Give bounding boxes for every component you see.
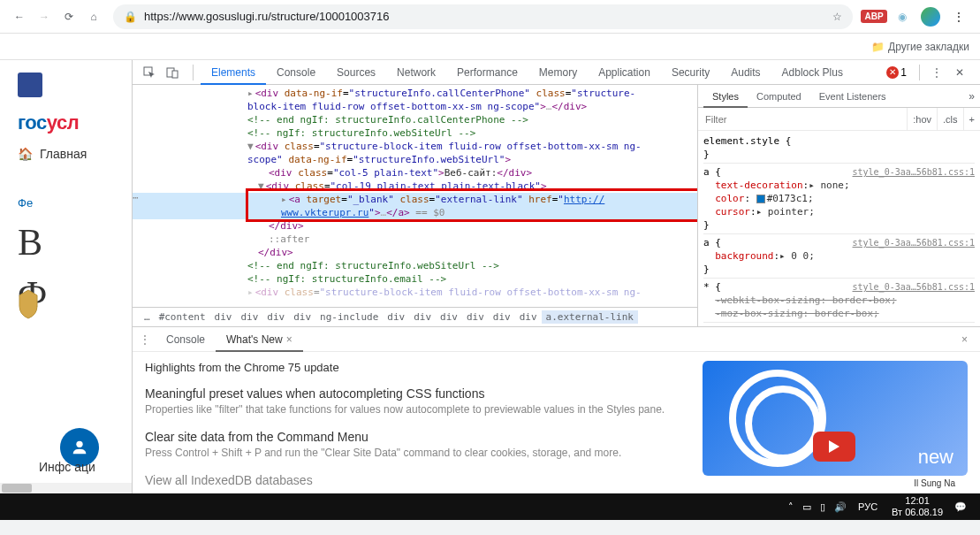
tab-network[interactable]: Network <box>386 60 446 85</box>
devtools-close-button[interactable]: ✕ <box>950 63 969 82</box>
other-bookmarks-folder[interactable]: 📁 Другие закладки <box>871 41 969 53</box>
gov-emblem-icon <box>18 73 42 97</box>
crumb[interactable]: div <box>489 310 515 324</box>
devtools-toolbar: Elements Console Sources Network Perform… <box>133 60 980 85</box>
crumb[interactable]: div <box>289 310 315 324</box>
volume-icon[interactable]: 🔊 <box>834 501 847 513</box>
forward-button[interactable]: → <box>32 4 57 29</box>
error-counter[interactable]: ✕1 <box>886 66 907 79</box>
bookmarks-bar: 📁 Другие закладки <box>0 34 980 60</box>
tray-up-icon[interactable]: ˄ <box>788 501 794 513</box>
hov-toggle[interactable]: :hov <box>907 108 937 131</box>
tab-elements[interactable]: Elements <box>201 60 266 85</box>
crumb[interactable]: div <box>515 310 542 324</box>
crumb[interactable]: div <box>462 310 489 324</box>
home-nav-link[interactable]: 🏠 Главная <box>18 147 132 161</box>
new-style-button[interactable]: + <box>963 108 980 131</box>
crumb[interactable]: div <box>383 310 409 324</box>
drawer-tab-whatsnew[interactable]: What's New× <box>216 327 303 352</box>
drawer-menu-icon[interactable]: ⋮ <box>140 333 150 346</box>
style-rule[interactable]: style_0-3aa…56b81.css:1 * { -webkit-box-… <box>703 279 975 323</box>
tab-sources[interactable]: Sources <box>326 60 386 85</box>
tab-memory[interactable]: Memory <box>528 60 588 85</box>
style-rule[interactable]: style_0-3aa…56b81.css:1 a { text-decorat… <box>703 164 975 234</box>
elements-tree[interactable]: ▸<div data-ng-if="structureInfo.callCent… <box>133 85 697 326</box>
tab-security[interactable]: Security <box>661 60 720 85</box>
tab-performance[interactable]: Performance <box>446 60 528 85</box>
folder-icon: 📁 <box>871 41 885 53</box>
abp-extension-icon[interactable]: ABP <box>863 6 885 27</box>
feature-desc: Press Control + Shift + P and run the "C… <box>145 446 688 461</box>
crumb[interactable]: div <box>409 310 436 324</box>
style-rule[interactable]: element.style { } <box>703 133 975 164</box>
selected-dom-node[interactable]: ▸<a target="_blank" class="external-link… <box>133 193 697 206</box>
crumb[interactable]: #content <box>155 310 210 324</box>
browser-toolbar: ← → ⟳ ⌂ 🔒 https://www.gosuslugi.ru/struc… <box>0 0 980 34</box>
device-toolbar-button[interactable] <box>163 63 182 82</box>
page-heading: В <box>18 217 132 269</box>
url-text: https://www.gosuslugi.ru/structure/10001… <box>144 10 832 23</box>
drawer-close-button[interactable]: × <box>956 333 973 346</box>
bookmark-label: Другие закладки <box>888 41 969 53</box>
site-logo[interactable]: госусл <box>18 111 132 134</box>
styles-tab-computed[interactable]: Computed <box>748 85 810 108</box>
notifications-icon[interactable]: 💬 <box>954 501 967 513</box>
back-button[interactable]: ← <box>7 4 32 29</box>
extension-icon[interactable]: ◉ <box>892 6 913 27</box>
svg-point-0 <box>76 441 82 447</box>
crumb[interactable]: div <box>436 310 462 324</box>
styles-tab-listeners[interactable]: Event Listeners <box>810 85 895 108</box>
lock-icon: 🔒 <box>124 11 137 23</box>
feature-desc: Properties like "filter" that take funct… <box>145 402 688 417</box>
breadcrumb-bar: … #content div div div div ng-include di… <box>133 307 697 326</box>
devtools-tabs: Elements Console Sources Network Perform… <box>201 60 886 85</box>
feature-title: Meaningful preset values when autocomple… <box>145 386 688 401</box>
crumb[interactable]: div <box>236 310 262 324</box>
feature-title: Clear site data from the Command Menu <box>145 430 688 444</box>
devtools-drawer: ⋮ Console What's New× × Highlights from … <box>133 326 980 493</box>
crumb[interactable]: … <box>140 310 155 324</box>
tab-audits[interactable]: Audits <box>720 60 771 85</box>
styles-filter-input[interactable] <box>698 114 907 125</box>
profile-avatar[interactable] <box>920 6 941 27</box>
crumb[interactable]: div <box>262 310 289 324</box>
network-icon[interactable]: ▯ <box>820 501 825 513</box>
promo-video-thumbnail[interactable]: new Il Sung Na <box>703 361 968 476</box>
tab-close-icon[interactable]: × <box>286 333 292 346</box>
whatsnew-headline: Highlights from the Chrome 75 update <box>145 361 688 374</box>
tab-console[interactable]: Console <box>266 60 326 85</box>
tab-adblock[interactable]: Adblock Plus <box>771 60 854 85</box>
star-icon[interactable]: ☆ <box>832 11 842 23</box>
devtools-menu-button[interactable]: ⋮ <box>927 63 946 82</box>
drawer-tab-console[interactable]: Console <box>156 327 216 352</box>
coat-of-arms-icon <box>12 288 44 320</box>
breadcrumb-link[interactable]: Фе <box>18 196 132 210</box>
play-icon <box>813 432 855 462</box>
reload-button[interactable]: ⟳ <box>57 4 81 29</box>
feature-title: View all IndexedDB databases <box>145 473 688 487</box>
cls-toggle[interactable]: .cls <box>937 108 963 131</box>
menu-button[interactable]: ⋮ <box>948 6 969 27</box>
inspect-element-button[interactable] <box>140 63 159 82</box>
style-rule[interactable]: style_0-3aa…56b81.css:1 a { background:▸… <box>703 234 975 279</box>
styles-tab-styles[interactable]: Styles <box>703 85 748 108</box>
horizontal-scrollbar[interactable] <box>0 483 132 493</box>
clock[interactable]: 12:01 Вт 06.08.19 <box>892 495 943 518</box>
home-button[interactable]: ⌂ <box>81 4 106 29</box>
crumb[interactable]: ng-include <box>315 310 383 324</box>
home-icon: 🏠 <box>18 147 33 161</box>
battery-icon[interactable]: ▭ <box>802 501 811 513</box>
svg-rect-3 <box>172 71 178 78</box>
styles-panel: Styles Computed Event Listeners » :hov .… <box>697 85 980 326</box>
language-indicator[interactable]: РУС <box>858 501 877 512</box>
windows-taskbar: ˄ ▭ ▯ 🔊 РУС 12:01 Вт 06.08.19 💬 <box>0 493 980 520</box>
crumb-selected[interactable]: a.external-link <box>542 310 638 324</box>
crumb[interactable]: div <box>210 310 237 324</box>
tab-application[interactable]: Application <box>588 60 661 85</box>
address-bar[interactable]: 🔒 https://www.gosuslugi.ru/structure/100… <box>113 4 853 29</box>
more-tabs-icon[interactable]: » <box>969 90 975 103</box>
page-content: госусл 🏠 Главная Фе В Ф Инфс аци <box>0 60 133 493</box>
devtools-panel: Elements Console Sources Network Perform… <box>133 60 980 493</box>
info-heading: Инфс аци <box>39 460 95 474</box>
